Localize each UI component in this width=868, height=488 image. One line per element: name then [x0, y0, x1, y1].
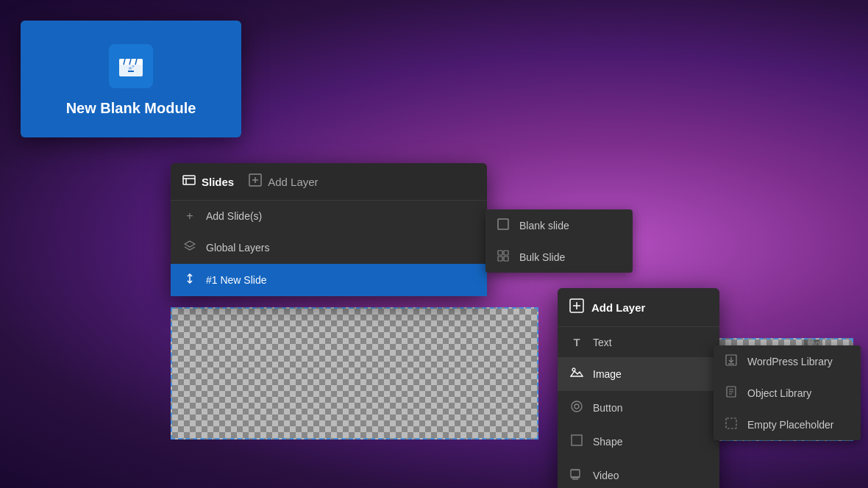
layers-icon — [182, 240, 197, 255]
add-layer-title: Add Layer — [591, 301, 645, 314]
svg-rect-17 — [498, 256, 502, 261]
layer-shape-label: Shape — [593, 436, 622, 448]
slides-tab-label: Slides — [202, 176, 234, 188]
slide-options-flyout: Blank slide Bulk Slide — [485, 209, 633, 273]
svg-marker-22 — [571, 371, 583, 376]
object-library-item[interactable]: Object Library — [714, 377, 861, 409]
global-layers-label: Global Layers — [206, 242, 269, 254]
slide-1-item[interactable]: #1 New Slide — [171, 264, 487, 296]
module-card: New Blank Module — [21, 21, 241, 137]
svg-rect-26 — [572, 435, 582, 445]
slides-panel: Slides Add Layer + Add Slide(s) Global L — [171, 163, 487, 296]
sort-icon — [182, 273, 197, 287]
object-library-icon — [725, 386, 739, 400]
layer-text-label: Text — [593, 337, 612, 348]
bulk-slide-item[interactable]: Bulk Slide — [485, 241, 633, 273]
layer-text-item[interactable]: T Text — [558, 327, 719, 357]
add-layer-header: Add Layer — [558, 288, 719, 327]
image-submenu: WordPress Library Object Library Empty P… — [714, 345, 861, 440]
svg-point-25 — [574, 404, 579, 409]
image-icon — [569, 366, 584, 382]
layer-video-item[interactable]: Video — [558, 459, 719, 488]
module-title: New Blank Module — [66, 100, 196, 117]
layer-button-item[interactable]: Button — [558, 391, 719, 425]
tab-add-layer[interactable]: Add Layer — [249, 173, 318, 190]
layer-shape-item[interactable]: Shape — [558, 425, 719, 459]
add-layer-header-icon — [569, 298, 584, 316]
svg-point-24 — [572, 401, 582, 412]
text-icon: T — [569, 336, 584, 348]
bulk-slide-label: Bulk Slide — [519, 251, 565, 263]
wordpress-library-label: WordPress Library — [747, 356, 833, 367]
svg-rect-6 — [183, 176, 195, 184]
shape-icon — [569, 434, 584, 450]
blank-slide-icon — [497, 218, 511, 232]
module-icon — [109, 44, 153, 88]
blank-slide-label: Blank slide — [519, 220, 569, 232]
add-layer-panel: Add Layer T Text Image Button — [558, 288, 719, 488]
global-layers-item[interactable]: Global Layers — [171, 232, 487, 264]
svg-rect-14 — [498, 219, 508, 229]
svg-point-23 — [572, 368, 575, 371]
wordpress-library-item[interactable]: WordPress Library — [714, 345, 861, 377]
module-card-inner: New Blank Module — [21, 21, 241, 137]
bulk-slide-icon — [497, 250, 511, 264]
video-icon — [569, 467, 584, 484]
layer-image-item[interactable]: Image — [558, 357, 719, 391]
empty-placeholder-item[interactable]: Empty Placeholder — [714, 409, 861, 440]
empty-placeholder-label: Empty Placeholder — [747, 419, 834, 431]
svg-rect-30 — [571, 470, 580, 471]
svg-rect-18 — [504, 256, 508, 261]
add-layer-tab-label: Add Layer — [268, 176, 318, 188]
layer-button-label: Button — [593, 402, 622, 414]
svg-rect-38 — [726, 418, 736, 428]
layer-video-label: Video — [593, 470, 619, 481]
object-library-label: Object Library — [747, 387, 811, 399]
blank-slide-item[interactable]: Blank slide — [485, 209, 633, 241]
slide-1-label: #1 New Slide — [206, 274, 267, 286]
tab-slides[interactable]: Slides — [182, 173, 234, 190]
download-box-icon — [725, 354, 739, 368]
button-icon — [569, 400, 584, 416]
svg-rect-15 — [498, 251, 502, 255]
dashed-box-icon — [725, 417, 739, 431]
add-layer-tab-icon — [249, 173, 262, 190]
slides-tab-icon — [182, 173, 196, 190]
svg-rect-16 — [504, 251, 508, 255]
canvas-area — [171, 307, 538, 439]
svg-point-5 — [132, 65, 135, 68]
add-slides-label: Add Slide(s) — [206, 210, 262, 222]
add-slides-item[interactable]: + Add Slide(s) — [171, 201, 487, 232]
layer-image-label: Image — [593, 368, 622, 380]
svg-marker-12 — [185, 241, 195, 247]
plus-icon: + — [182, 209, 197, 223]
slides-header: Slides Add Layer — [171, 163, 487, 201]
